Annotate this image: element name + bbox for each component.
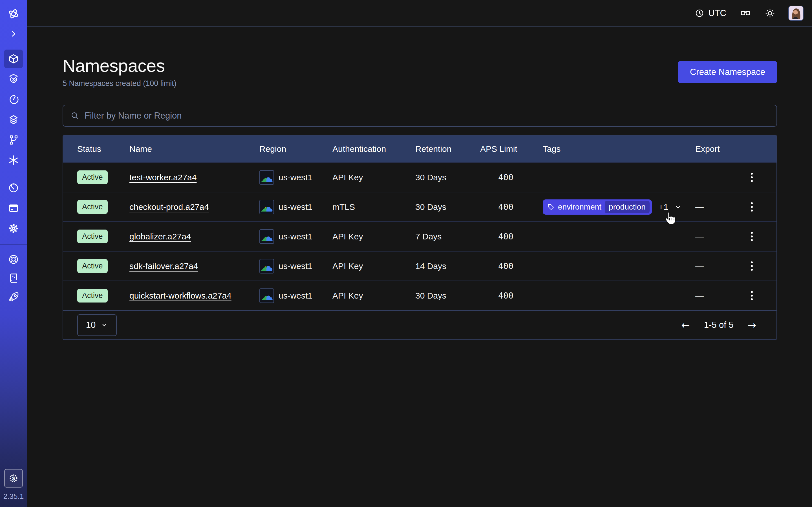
sidebar-item-getting-started[interactable] — [4, 288, 23, 305]
aps-limit-cell: 400 — [480, 172, 543, 182]
auth-cell: API Key — [333, 232, 415, 241]
gcp-region-icon: ☁ — [259, 200, 274, 214]
tag-pill[interactable]: environment production — [543, 200, 652, 215]
tag-group: environment production +1 — [543, 200, 682, 215]
gcp-region-icon: ☁ — [259, 170, 274, 185]
retention-cell: 7 Days — [415, 232, 480, 241]
avatar-image — [789, 6, 803, 20]
region-label: us-west1 — [278, 202, 312, 212]
sidebar-expand-toggle[interactable] — [4, 25, 23, 43]
auth-cell: API Key — [333, 262, 415, 271]
sidebar-item-billing[interactable] — [4, 199, 23, 217]
row-actions-menu[interactable] — [749, 260, 755, 272]
sidebar-item-connectivity[interactable] — [4, 151, 23, 170]
main-area: UTC — [27, 0, 812, 507]
sidebar-item-namespaces[interactable] — [4, 50, 23, 68]
tags-expand-chevron[interactable] — [674, 203, 682, 211]
region-label: us-west1 — [278, 232, 312, 241]
badge-dollar-icon: $ — [8, 473, 19, 484]
auth-cell: mTLS — [333, 202, 415, 212]
user-avatar-button[interactable] — [788, 6, 804, 21]
col-export: Export — [695, 144, 765, 154]
sidebar-item-support[interactable] — [4, 251, 23, 268]
aps-limit-cell: 400 — [480, 231, 543, 241]
export-value: — — [695, 173, 704, 182]
retention-cell: 30 Days — [415, 173, 480, 182]
sidebar-item-workflows[interactable] — [4, 70, 23, 89]
sidebar-item-settings[interactable] — [4, 219, 23, 238]
next-page-button[interactable]: → — [748, 320, 756, 331]
sidebar-bottom: $ 2.35.1 — [3, 469, 24, 507]
temporal-logo[interactable] — [4, 4, 23, 24]
namespaces-table: Status Name Region Authentication Retent… — [63, 135, 777, 340]
spiral-icon — [8, 73, 19, 85]
sidebar-divider — [0, 244, 27, 244]
create-namespace-button[interactable]: Create Namespace — [678, 61, 777, 83]
col-status: Status — [77, 144, 130, 154]
tag-value: production — [605, 201, 650, 213]
prev-page-button[interactable]: ← — [681, 320, 690, 331]
gcp-region-icon: ☁ — [259, 288, 274, 303]
auth-cell: API Key — [333, 291, 415, 300]
sun-icon — [765, 8, 775, 18]
col-name: Name — [130, 144, 259, 154]
table-row: Active globalizer.a27a4 ☁ us-west1 API K… — [63, 221, 776, 251]
row-actions-menu[interactable] — [749, 201, 755, 213]
namespace-link[interactable]: sdk-failover.a27a4 — [130, 262, 198, 271]
svg-text:$: $ — [12, 476, 15, 482]
chevron-down-icon — [674, 203, 682, 211]
book-sparkles-icon — [8, 272, 19, 284]
sidebar-item-docs[interactable] — [4, 269, 23, 287]
gauge-icon — [8, 182, 19, 194]
search-icon — [70, 111, 80, 120]
export-value: — — [695, 262, 704, 271]
temporal-logo-icon — [7, 7, 20, 20]
namespace-link[interactable]: test-worker.a27a4 — [130, 173, 197, 182]
sidebar-help-nav — [4, 251, 23, 305]
chevron-right-icon — [8, 29, 18, 39]
namespace-link[interactable]: quickstart-workflows.a27a4 — [130, 291, 232, 300]
aps-limit-cell: 400 — [480, 261, 543, 271]
sidebar-item-nexus[interactable] — [4, 131, 23, 149]
lifebuoy-icon — [8, 253, 19, 265]
theme-toggle[interactable] — [765, 8, 775, 18]
status-badge: Active — [77, 259, 108, 273]
gear-icon — [8, 223, 19, 234]
row-actions-menu[interactable] — [749, 230, 755, 243]
export-value: — — [695, 291, 704, 300]
page-size-select[interactable]: 10 — [77, 314, 117, 336]
col-region: Region — [259, 144, 333, 154]
namespace-link[interactable]: checkout-prod.a27a4 — [130, 202, 209, 212]
sidebar-item-schedules[interactable] — [4, 90, 23, 109]
sidebar-item-usage[interactable] — [4, 179, 23, 197]
retention-cell: 14 Days — [415, 262, 480, 271]
row-actions-menu[interactable] — [749, 171, 755, 184]
timezone-label: UTC — [708, 8, 726, 18]
auth-cell: API Key — [333, 173, 415, 182]
col-tags: Tags — [543, 144, 695, 154]
status-badge: Active — [77, 289, 108, 302]
billing-card-icon — [8, 202, 19, 214]
chevron-down-icon — [101, 321, 108, 329]
filter-input[interactable] — [85, 111, 769, 121]
filter-bar — [63, 105, 777, 127]
cube-icon — [8, 53, 19, 65]
status-badge: Active — [77, 230, 108, 243]
table-body: Active test-worker.a27a4 ☁ us-west1 API … — [63, 162, 776, 310]
table-row: Active sdk-failover.a27a4 ☁ us-west1 API… — [63, 251, 776, 281]
plan-billing-button[interactable]: $ — [4, 469, 23, 488]
namespace-link[interactable]: globalizer.a27a4 — [130, 232, 191, 241]
col-retention: Retention — [415, 144, 480, 154]
sidebar-main-nav — [4, 50, 23, 170]
namespaces-page: Namespaces 5 Namespaces created (100 lim… — [27, 27, 812, 340]
row-actions-menu[interactable] — [749, 289, 755, 302]
sidebar: $ 2.35.1 — [0, 0, 27, 507]
page-size-value: 10 — [86, 320, 96, 330]
rocket-icon — [8, 291, 19, 302]
labs-toggle[interactable] — [739, 8, 752, 19]
sidebar-item-deployments[interactable] — [4, 110, 23, 129]
timezone-selector[interactable]: UTC — [695, 8, 726, 18]
status-badge: Active — [77, 200, 108, 214]
page-title: Namespaces — [63, 55, 176, 76]
col-authentication: Authentication — [333, 144, 415, 154]
